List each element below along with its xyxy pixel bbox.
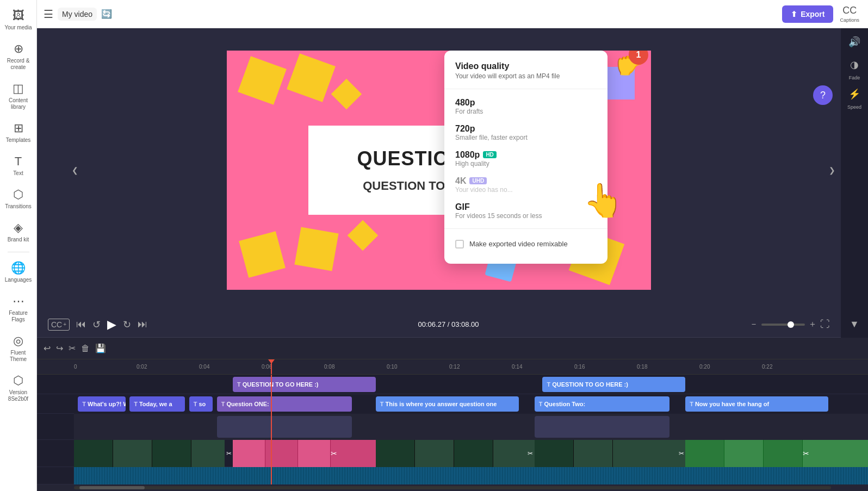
playback-bar: CC + ⏮ ↺ ▶ ↻ ⏭ 00:06.27 / 03:08.00 － [37, 312, 841, 338]
brand-icon: ◈ [14, 221, 23, 235]
track-row-subtitle: TQUESTION TO GO HERE :) TQUESTION TO GO … [37, 375, 868, 394]
clip-question-to-go-2[interactable]: TQUESTION TO GO HERE :) [542, 377, 685, 392]
transitions-icon: ⬡ [13, 188, 23, 202]
track-label-audio [37, 467, 74, 484]
sidebar-item-languages[interactable]: 🌐 Languages [2, 257, 35, 288]
ruler-mark-20: 0:20 [699, 364, 762, 370]
fullscreen-button[interactable]: ⛶ [820, 319, 830, 330]
editor-area: ❮ [37, 28, 868, 491]
clip-question-one[interactable]: TQuestion ONE: [217, 396, 352, 412]
skip-forward-button[interactable]: ⏭ [138, 319, 147, 330]
video-track-content: ✂ ✂ [74, 440, 868, 467]
project-title[interactable]: My video [58, 8, 97, 21]
audio-waveform [74, 467, 868, 484]
vid-thumb-7 [535, 440, 574, 467]
sidebar-item-your-media[interactable]: 🖼 Your media [2, 4, 35, 35]
blank-clip-1[interactable] [217, 416, 352, 438]
sidebar-item-transitions[interactable]: ⬡ Transitions [2, 183, 35, 214]
timeline-scrollbar[interactable] [37, 484, 868, 491]
left-sidebar: 🖼 Your media ⊕ Record & create ◫ Content… [0, 0, 37, 491]
zoom-in-button[interactable]: ＋ [808, 319, 817, 330]
cc-button[interactable]: CC + [48, 319, 70, 331]
hamburger-menu-icon[interactable]: ☰ [44, 8, 53, 21]
clip-so[interactable]: Tso [189, 396, 213, 412]
time-display: 00:06.27 / 03:08.00 [418, 320, 479, 328]
track-label-video [37, 440, 74, 467]
ruler-mark-18: 0:18 [637, 364, 699, 370]
sidebar-item-version[interactable]: ⬡ Version 8Se2b0f [2, 369, 35, 407]
vid-thumb-4 [376, 440, 415, 467]
collapse-left-button[interactable]: ❮ [71, 164, 79, 177]
skip-back-button[interactable]: ⏮ [76, 319, 86, 330]
quality-dropdown-title: Video quality [455, 61, 597, 71]
clip-whatsup[interactable]: TWhat's up?! W [78, 396, 126, 412]
clip-this-is-where[interactable]: TThis is where you answer question one [376, 396, 519, 412]
pink-thumb-1 [233, 440, 265, 467]
playback-controls: CC + ⏮ ↺ ▶ ↻ ⏭ [48, 318, 147, 332]
clip-now-you[interactable]: TNow you have the hang of [685, 396, 828, 412]
quality-name-1080p: 1080p HD [455, 150, 597, 160]
quality-option-1080p[interactable]: 1080p HD High quality [444, 146, 607, 172]
sidebar-item-record-create[interactable]: ⊕ Record & create [2, 38, 35, 75]
zoom-thumb [788, 321, 794, 328]
collapse-right-button[interactable]: ❯ [828, 164, 836, 177]
help-button[interactable]: ? [813, 85, 833, 105]
speed-control[interactable]: ⚡ Speed [845, 85, 864, 110]
green-thumb-3 [764, 440, 803, 467]
sidebar-item-templates[interactable]: ⊞ Templates [2, 117, 35, 148]
cut-button[interactable]: ✂ [69, 343, 76, 353]
zoom-slider[interactable] [761, 324, 805, 326]
quality-option-480p[interactable]: 480p For drafts [444, 94, 607, 120]
quality-name-720p: 720p [455, 124, 597, 134]
sidebar-divider [8, 252, 29, 252]
delete-button[interactable]: 🗑 [81, 344, 90, 353]
version-icon: ⬡ [13, 374, 23, 388]
clip-today[interactable]: TToday, we a [129, 396, 185, 412]
sidebar-item-fluent-theme[interactable]: ◎ Fluent Theme [2, 330, 35, 367]
quality-option-gif[interactable]: GIF For videos 15 seconds or less [444, 198, 607, 224]
undo-button[interactable]: ↩ [44, 343, 51, 353]
timeline-toolbar: ↩ ↪ ✂ 🗑 💾 [37, 338, 868, 359]
sidebar-item-feature-flags[interactable]: ⋯ Feature Flags [2, 290, 35, 327]
sidebar-item-text[interactable]: T Text [2, 150, 35, 181]
timeline-ruler: 0 0:02 0:04 0:06 0:08 0:10 0:12 0:14 0:1… [37, 359, 868, 375]
speed-icon: ⚡ [845, 85, 864, 103]
expand-panel[interactable]: ▼ [846, 315, 863, 333]
sidebar-item-brand[interactable]: ◈ Brand kit [2, 216, 35, 247]
volume-control[interactable]: 🔊 [845, 33, 864, 51]
captions-button[interactable]: CC Captions [838, 3, 861, 25]
export-button[interactable]: ⬆ Export [782, 5, 833, 23]
quality-desc-4k: Your video has no... [455, 186, 597, 194]
redo-button[interactable]: ↪ [56, 343, 63, 353]
track-row-blank [37, 414, 868, 440]
speed-label: Speed [847, 104, 861, 110]
clip-question-two[interactable]: TQuestion Two: [535, 396, 669, 412]
quality-desc-1080p: High quality [455, 160, 597, 167]
pink-thumb-3 [298, 440, 331, 467]
green-thumb-2 [724, 440, 764, 467]
cut-icon-pink: ✂ [331, 440, 337, 467]
clip-question-to-go-1[interactable]: TQUESTION TO GO HERE :) [233, 377, 376, 392]
play-button[interactable]: ▶ [107, 318, 116, 332]
ruler-mark-04: 0:04 [199, 364, 262, 370]
rewind-button[interactable]: ↺ [92, 319, 101, 331]
blank-clip-2[interactable] [535, 416, 669, 438]
zoom-out-button[interactable]: － [749, 319, 758, 330]
scrollbar-track [74, 486, 831, 489]
video-segment-normal-1 [74, 440, 225, 467]
ruler-mark-22: 0:22 [762, 364, 824, 370]
track-content-blank [74, 414, 868, 440]
quality-option-720p[interactable]: 720p Smaller file, faster export [444, 120, 607, 146]
forward-button[interactable]: ↻ [123, 319, 131, 331]
fade-icon: ◑ [847, 55, 862, 74]
cut-marker-3: ✂ [678, 440, 686, 467]
quality-option-4k[interactable]: 4K UHD Your video has no... [444, 172, 607, 198]
sync-icon[interactable]: 🔄 [101, 9, 112, 19]
text-icon: T [15, 154, 22, 169]
sidebar-item-content-library[interactable]: ◫ Content library [2, 77, 35, 115]
save-button[interactable]: 💾 [95, 343, 106, 353]
remixable-checkbox[interactable] [455, 240, 464, 248]
scrollbar-thumb[interactable] [79, 486, 145, 489]
fade-control[interactable]: ◑ Fade [847, 55, 862, 80]
languages-icon: 🌐 [11, 261, 26, 275]
